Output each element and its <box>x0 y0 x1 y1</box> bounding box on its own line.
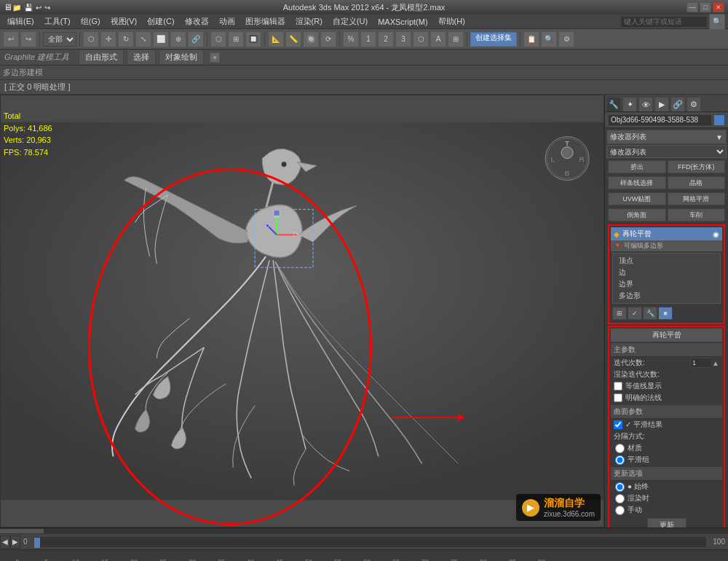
viewport[interactable]: Total Polys: 41,686 Verts: 20,963 FPS: 7… <box>0 95 604 527</box>
render-radio[interactable] <box>615 494 625 503</box>
update-btn[interactable]: 更新 <box>647 518 687 527</box>
polygon-item[interactable]: 多边形 <box>614 290 719 302</box>
window-controls[interactable]: — □ ✕ <box>687 2 724 12</box>
turbo-smooth-item[interactable]: ◆ 再轮平曾 ◉ <box>611 227 722 240</box>
tool8-btn[interactable]: ⊞ <box>228 31 244 47</box>
menu-create[interactable]: 创建(C) <box>143 15 178 28</box>
h-scrollbar[interactable] <box>0 527 728 533</box>
manual-radio[interactable] <box>615 506 625 515</box>
smoothgroup-radio[interactable] <box>615 455 625 465</box>
tool20-btn[interactable]: ⊞ <box>448 31 464 47</box>
mod-icon3[interactable]: 🔧 <box>643 307 657 320</box>
uvw-btn[interactable]: UVW贴图 <box>608 192 666 205</box>
tool16-btn[interactable]: 2 <box>378 31 394 47</box>
isovaline-check[interactable] <box>614 382 622 391</box>
tool15-btn[interactable]: 1 <box>360 31 376 47</box>
action-btn-row4: 倒角面 车削 <box>606 207 727 223</box>
tool22-btn[interactable]: 🔍 <box>541 31 557 47</box>
select-btn[interactable]: ⬡ <box>83 31 99 47</box>
search-btn[interactable]: 🔍 <box>709 14 725 30</box>
mod-icon4[interactable]: ■ <box>658 307 673 320</box>
rotate-btn[interactable]: ↻ <box>118 31 134 47</box>
tool13-btn[interactable]: ⟳ <box>320 31 336 47</box>
menu-render[interactable]: 渲染(R) <box>291 15 327 28</box>
timeline-prev-btn[interactable]: ◀ <box>0 536 10 549</box>
panel-tab-display[interactable]: 👁 <box>638 97 653 111</box>
iter-input[interactable] <box>690 358 712 368</box>
obj-color-btn[interactable] <box>713 114 725 126</box>
timeline-thumb[interactable] <box>34 538 40 548</box>
bevel-btn[interactable]: 倒角面 <box>608 208 666 221</box>
close-btn[interactable]: ✕ <box>713 2 724 12</box>
ffd-btn[interactable]: FFD(长方体) <box>668 160 726 173</box>
tool23-btn[interactable]: ⚙ <box>558 31 574 47</box>
lathe-btn[interactable]: 车削 <box>668 208 726 221</box>
menu-view[interactable]: 视图(V) <box>106 15 142 28</box>
lattice-btn[interactable]: 晶格 <box>668 176 726 189</box>
edge-item[interactable]: 边 <box>614 267 719 278</box>
graphite-tab-select[interactable]: 选择 <box>127 50 156 65</box>
material-row: 材质 <box>611 442 722 454</box>
graphite-tab-freeform[interactable]: 自由形式 <box>79 50 124 65</box>
menu-group[interactable]: 组(G) <box>76 15 105 28</box>
timeline-track[interactable] <box>33 536 708 548</box>
scrollbar-thumb[interactable] <box>0 529 44 533</box>
panel-tab-modify[interactable]: 🔧 <box>606 97 621 111</box>
menu-graph-editor[interactable]: 图形编辑器 <box>241 15 290 28</box>
tool14-btn[interactable]: % <box>343 31 359 47</box>
graphite-close-btn[interactable]: × <box>210 52 220 63</box>
tool9-btn[interactable]: 🔲 <box>245 31 261 47</box>
mod-icon1[interactable]: ⊞ <box>612 307 627 320</box>
menu-tools[interactable]: 工具(T) <box>40 15 75 28</box>
mod-icon2[interactable]: ✓ <box>628 307 642 320</box>
spline-sel-btn[interactable]: 样条线选择 <box>608 176 666 189</box>
scale-btn[interactable]: ⤡ <box>135 31 151 47</box>
tool19-btn[interactable]: A <box>430 31 446 47</box>
panel-tab-motion[interactable]: ▶ <box>654 97 669 111</box>
scrollbar-track[interactable] <box>0 528 597 534</box>
tool7-btn[interactable]: ⬡ <box>210 31 226 47</box>
menu-modifier[interactable]: 修改器 <box>181 15 213 28</box>
extrude-btn[interactable]: 挤出 <box>608 160 666 173</box>
svg-point-27 <box>561 147 573 159</box>
selection-set-btn[interactable]: 创建选择集 <box>470 32 517 47</box>
explicit-check[interactable] <box>614 393 622 402</box>
menu-maxscript[interactable]: MAXScript(M) <box>373 16 432 28</box>
iter-spin-up[interactable]: ▲ <box>712 359 719 367</box>
always-radio[interactable] <box>615 482 625 492</box>
menu-animation[interactable]: 动画 <box>215 15 240 28</box>
border-item[interactable]: 边界 <box>614 278 719 290</box>
menu-edit[interactable]: 编辑(E) <box>3 15 39 28</box>
mesh-smooth-btn[interactable]: 网格平滑 <box>668 192 726 205</box>
tool12-btn[interactable]: 🔘 <box>303 31 319 47</box>
graphite-tab-paint[interactable]: 对象绘制 <box>159 50 204 65</box>
panel-tab-hierarchy[interactable]: 🔗 <box>670 97 685 111</box>
tool17-btn[interactable]: 3 <box>395 31 411 47</box>
minimize-btn[interactable]: — <box>687 2 698 12</box>
move-btn[interactable]: ✛ <box>100 31 116 47</box>
smooth-result-check[interactable] <box>614 420 622 429</box>
search-input[interactable] <box>620 16 708 28</box>
modifier-list-dropdown[interactable]: 修改器列表 <box>606 145 727 158</box>
menu-customize[interactable]: 自定义(U) <box>328 15 372 28</box>
tool5-btn[interactable]: ⊕ <box>170 31 186 47</box>
obj-name-input[interactable]: Obj3d66-590498-3588-538 <box>608 114 712 126</box>
undo-btn[interactable]: ↩ <box>3 31 19 47</box>
material-label: 材质 <box>628 443 642 453</box>
tool21-btn[interactable]: 📋 <box>523 31 539 47</box>
redo-btn[interactable]: ↪ <box>20 31 36 47</box>
panel-tab-create[interactable]: ✦ <box>622 97 637 111</box>
timeline-next-btn[interactable]: ▶ <box>10 536 20 549</box>
tool6-btn[interactable]: 🔗 <box>188 31 204 47</box>
menu-help[interactable]: 帮助(H) <box>434 15 470 28</box>
scene-container: Total Polys: 41,686 Verts: 20,963 FPS: 7… <box>1 95 604 527</box>
maximize-btn[interactable]: □ <box>700 2 711 12</box>
tool11-btn[interactable]: 📏 <box>285 31 301 47</box>
tool10-btn[interactable]: 📐 <box>268 31 284 47</box>
panel-tab-utility[interactable]: ⚙ <box>687 97 701 111</box>
vertex-item[interactable]: 顶点 <box>614 255 719 267</box>
material-radio[interactable] <box>615 444 625 453</box>
tool4-btn[interactable]: ⬜ <box>153 31 169 47</box>
tool18-btn[interactable]: ⬡ <box>413 31 429 47</box>
select-filter[interactable]: 全部 <box>43 32 76 47</box>
